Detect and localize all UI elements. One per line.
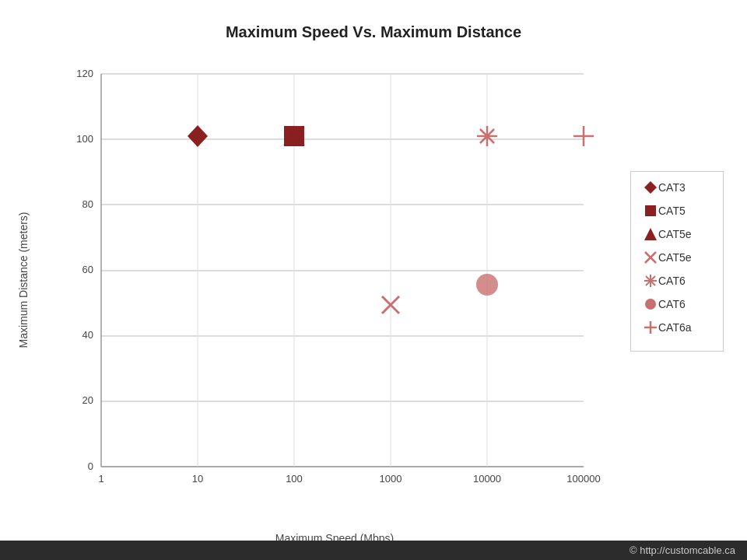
cat6a-point [573,126,594,146]
cat3-legend-label: CAT3 [658,181,686,194]
svg-point-43 [645,299,656,310]
cat6a-legend-label: CAT6a [658,321,692,334]
svg-text:1000: 1000 [380,473,402,485]
cat6-asterisk-point [477,126,497,146]
cat5e-light-legend-icon [643,250,658,265]
cat5e-dark-legend-icon [643,226,658,242]
svg-text:100: 100 [76,133,93,145]
cat6-asterisk-legend-icon [643,273,658,289]
legend-item-cat5e-light: CAT5e [643,250,711,265]
svg-text:120: 120 [76,68,93,79]
cat6-circle-legend-label: CAT6 [658,298,686,310]
chart-svg: 0 20 40 60 80 100 120 1 10 100 1000 1000… [54,54,615,506]
svg-text:40: 40 [82,329,93,341]
svg-text:0: 0 [88,460,93,472]
cat5e-light-legend-label: CAT5e [658,251,692,264]
cat6-circle-point [476,274,498,296]
svg-text:1: 1 [98,473,103,485]
legend-item-cat6-asterisk: CAT6 [643,273,711,289]
svg-marker-34 [644,181,657,194]
legend-item-cat6a: CAT6a [643,320,711,335]
legend-item-cat6-circle: CAT6 [643,296,711,312]
svg-text:60: 60 [82,264,93,275]
y-axis-label: Maximum Distance (meters) [12,54,35,506]
svg-text:10000: 10000 [473,473,501,485]
svg-text:100: 100 [286,473,303,485]
cat3-point [188,125,208,147]
legend-item-cat5e-dark: CAT5e [643,226,711,242]
svg-text:10: 10 [192,473,203,485]
cat5-legend-icon [643,203,658,219]
cat3-legend-icon [643,180,658,195]
footer: © http://customcable.ca [0,541,747,560]
cat5-legend-label: CAT5 [658,205,686,217]
legend-item-cat3: CAT3 [643,180,711,195]
svg-rect-35 [645,205,656,216]
chart-legend: CAT3 CAT5 CAT5e CAT5e CAT6 CAT6 [630,171,724,352]
cat6-circle-legend-icon [643,296,658,312]
svg-marker-36 [644,228,657,240]
cat5e-dark-legend-label: CAT5e [658,228,692,240]
chart-title: Maximum Speed Vs. Maximum Distance [0,0,747,41]
svg-text:100000: 100000 [566,473,600,485]
cat6a-legend-icon [643,320,658,335]
svg-text:20: 20 [82,394,93,406]
cat6-asterisk-legend-label: CAT6 [658,275,686,287]
svg-text:80: 80 [82,198,93,210]
legend-item-cat5: CAT5 [643,203,711,219]
